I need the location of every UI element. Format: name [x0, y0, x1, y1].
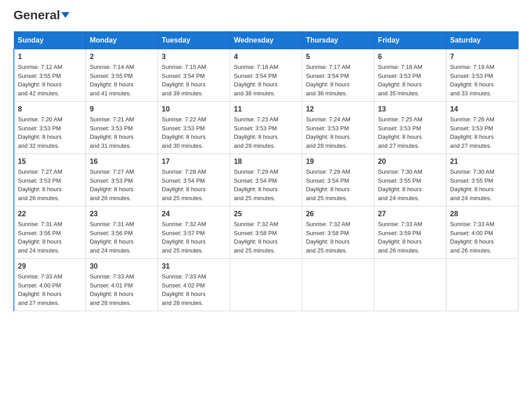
day-number: 6: [378, 53, 442, 61]
day-number: 20: [378, 158, 442, 166]
day-info: Sunrise: 7:18 AM Sunset: 3:53 PM Dayligh…: [378, 63, 442, 98]
day-info: Sunrise: 7:30 AM Sunset: 3:55 PM Dayligh…: [450, 167, 515, 202]
day-info: Sunrise: 7:27 AM Sunset: 3:53 PM Dayligh…: [18, 167, 82, 202]
day-info: Sunrise: 7:33 AM Sunset: 4:02 PM Dayligh…: [162, 272, 226, 307]
calendar-week-row: 22 Sunrise: 7:31 AM Sunset: 3:56 PM Dayl…: [14, 206, 519, 259]
day-info: Sunrise: 7:33 AM Sunset: 3:59 PM Dayligh…: [378, 220, 442, 255]
day-info: Sunrise: 7:15 AM Sunset: 3:54 PM Dayligh…: [162, 63, 226, 98]
day-number: 12: [306, 105, 370, 113]
calendar-day-cell: 8 Sunrise: 7:20 AM Sunset: 3:53 PM Dayli…: [14, 102, 86, 154]
calendar-day-cell: 30 Sunrise: 7:33 AM Sunset: 4:01 PM Dayl…: [86, 259, 158, 311]
calendar-day-cell: 16 Sunrise: 7:27 AM Sunset: 3:53 PM Dayl…: [86, 154, 158, 206]
day-info: Sunrise: 7:26 AM Sunset: 3:53 PM Dayligh…: [450, 115, 515, 150]
day-number: 30: [90, 262, 154, 270]
day-number: 9: [90, 105, 154, 113]
day-number: 24: [162, 210, 226, 218]
calendar-day-cell: [302, 259, 374, 311]
calendar-day-cell: 2 Sunrise: 7:14 AM Sunset: 3:55 PM Dayli…: [86, 49, 158, 102]
calendar-day-cell: 17 Sunrise: 7:28 AM Sunset: 3:54 PM Dayl…: [158, 154, 230, 206]
calendar-day-cell: 29 Sunrise: 7:33 AM Sunset: 4:00 PM Dayl…: [14, 259, 86, 311]
day-info: Sunrise: 7:22 AM Sunset: 3:53 PM Dayligh…: [162, 115, 226, 150]
day-info: Sunrise: 7:32 AM Sunset: 3:57 PM Dayligh…: [162, 220, 226, 255]
day-number: 23: [90, 210, 154, 218]
calendar-week-row: 29 Sunrise: 7:33 AM Sunset: 4:00 PM Dayl…: [14, 259, 519, 311]
day-of-week-header: Tuesday: [158, 32, 230, 49]
day-info: Sunrise: 7:14 AM Sunset: 3:55 PM Dayligh…: [90, 63, 154, 98]
calendar-day-cell: 15 Sunrise: 7:27 AM Sunset: 3:53 PM Dayl…: [14, 154, 86, 206]
calendar-day-cell: 27 Sunrise: 7:33 AM Sunset: 3:59 PM Dayl…: [374, 206, 446, 259]
calendar-day-cell: 22 Sunrise: 7:31 AM Sunset: 3:56 PM Dayl…: [14, 206, 86, 259]
calendar-day-cell: 5 Sunrise: 7:17 AM Sunset: 3:54 PM Dayli…: [302, 49, 374, 102]
calendar-day-cell: 24 Sunrise: 7:32 AM Sunset: 3:57 PM Dayl…: [158, 206, 230, 259]
day-number: 21: [450, 158, 515, 166]
calendar-day-cell: 14 Sunrise: 7:26 AM Sunset: 3:53 PM Dayl…: [446, 102, 519, 154]
day-number: 5: [306, 53, 370, 61]
day-number: 7: [450, 53, 515, 61]
calendar-day-cell: 13 Sunrise: 7:25 AM Sunset: 3:53 PM Dayl…: [374, 102, 446, 154]
calendar-table: SundayMondayTuesdayWednesdayThursdayFrid…: [13, 31, 519, 311]
day-number: 22: [18, 210, 82, 218]
calendar-body: 1 Sunrise: 7:12 AM Sunset: 3:55 PM Dayli…: [14, 49, 519, 311]
day-number: 13: [378, 105, 442, 113]
day-info: Sunrise: 7:23 AM Sunset: 3:53 PM Dayligh…: [234, 115, 298, 150]
calendar-day-cell: [230, 259, 302, 311]
calendar-day-cell: 10 Sunrise: 7:22 AM Sunset: 3:53 PM Dayl…: [158, 102, 230, 154]
day-number: 25: [234, 210, 298, 218]
calendar-day-cell: 9 Sunrise: 7:21 AM Sunset: 3:53 PM Dayli…: [86, 102, 158, 154]
day-info: Sunrise: 7:21 AM Sunset: 3:53 PM Dayligh…: [90, 115, 154, 150]
calendar-day-cell: [446, 259, 519, 311]
day-info: Sunrise: 7:33 AM Sunset: 4:01 PM Dayligh…: [90, 272, 154, 307]
day-info: Sunrise: 7:29 AM Sunset: 3:54 PM Dayligh…: [234, 167, 298, 202]
day-info: Sunrise: 7:31 AM Sunset: 3:56 PM Dayligh…: [18, 220, 82, 255]
day-info: Sunrise: 7:24 AM Sunset: 3:53 PM Dayligh…: [306, 115, 370, 150]
calendar-day-cell: 18 Sunrise: 7:29 AM Sunset: 3:54 PM Dayl…: [230, 154, 302, 206]
calendar-day-cell: 6 Sunrise: 7:18 AM Sunset: 3:53 PM Dayli…: [374, 49, 446, 102]
day-of-week-header: Saturday: [446, 32, 519, 49]
calendar-day-cell: 28 Sunrise: 7:33 AM Sunset: 4:00 PM Dayl…: [446, 206, 519, 259]
calendar-week-row: 8 Sunrise: 7:20 AM Sunset: 3:53 PM Dayli…: [14, 102, 519, 154]
day-info: Sunrise: 7:16 AM Sunset: 3:54 PM Dayligh…: [234, 63, 298, 98]
day-number: 10: [162, 105, 226, 113]
day-number: 28: [450, 210, 515, 218]
day-of-week-header: Thursday: [302, 32, 374, 49]
calendar-day-cell: 26 Sunrise: 7:32 AM Sunset: 3:58 PM Dayl…: [302, 206, 374, 259]
day-number: 4: [234, 53, 298, 61]
calendar-day-cell: 11 Sunrise: 7:23 AM Sunset: 3:53 PM Dayl…: [230, 102, 302, 154]
day-info: Sunrise: 7:20 AM Sunset: 3:53 PM Dayligh…: [18, 115, 82, 150]
day-info: Sunrise: 7:32 AM Sunset: 3:58 PM Dayligh…: [234, 220, 298, 255]
day-number: 18: [234, 158, 298, 166]
header-row: SundayMondayTuesdayWednesdayThursdayFrid…: [14, 32, 519, 49]
calendar-day-cell: 1 Sunrise: 7:12 AM Sunset: 3:55 PM Dayli…: [14, 49, 86, 102]
day-info: Sunrise: 7:25 AM Sunset: 3:53 PM Dayligh…: [378, 115, 442, 150]
day-number: 27: [378, 210, 442, 218]
day-info: Sunrise: 7:17 AM Sunset: 3:54 PM Dayligh…: [306, 63, 370, 98]
calendar-day-cell: 23 Sunrise: 7:31 AM Sunset: 3:56 PM Dayl…: [86, 206, 158, 259]
calendar-day-cell: 31 Sunrise: 7:33 AM Sunset: 4:02 PM Dayl…: [158, 259, 230, 311]
page-header: General: [13, 9, 519, 22]
day-number: 29: [18, 262, 82, 270]
calendar-day-cell: 4 Sunrise: 7:16 AM Sunset: 3:54 PM Dayli…: [230, 49, 302, 102]
day-of-week-header: Wednesday: [230, 32, 302, 49]
day-number: 8: [18, 105, 82, 113]
day-number: 2: [90, 53, 154, 61]
day-info: Sunrise: 7:29 AM Sunset: 3:54 PM Dayligh…: [306, 167, 370, 202]
day-number: 26: [306, 210, 370, 218]
calendar-day-cell: 12 Sunrise: 7:24 AM Sunset: 3:53 PM Dayl…: [302, 102, 374, 154]
calendar-day-cell: [374, 259, 446, 311]
day-info: Sunrise: 7:27 AM Sunset: 3:53 PM Dayligh…: [90, 167, 154, 202]
day-of-week-header: Monday: [86, 32, 158, 49]
day-info: Sunrise: 7:33 AM Sunset: 4:00 PM Dayligh…: [18, 272, 82, 307]
day-info: Sunrise: 7:28 AM Sunset: 3:54 PM Dayligh…: [162, 167, 226, 202]
day-number: 17: [162, 158, 226, 166]
calendar-header: SundayMondayTuesdayWednesdayThursdayFrid…: [14, 32, 519, 49]
day-number: 31: [162, 262, 226, 270]
calendar-day-cell: 21 Sunrise: 7:30 AM Sunset: 3:55 PM Dayl…: [446, 154, 519, 206]
day-info: Sunrise: 7:19 AM Sunset: 3:53 PM Dayligh…: [450, 63, 515, 98]
logo-general: General: [13, 9, 69, 21]
day-of-week-header: Sunday: [14, 32, 86, 49]
day-of-week-header: Friday: [374, 32, 446, 49]
day-info: Sunrise: 7:32 AM Sunset: 3:58 PM Dayligh…: [306, 220, 370, 255]
day-number: 19: [306, 158, 370, 166]
calendar-day-cell: 3 Sunrise: 7:15 AM Sunset: 3:54 PM Dayli…: [158, 49, 230, 102]
calendar-day-cell: 20 Sunrise: 7:30 AM Sunset: 3:55 PM Dayl…: [374, 154, 446, 206]
